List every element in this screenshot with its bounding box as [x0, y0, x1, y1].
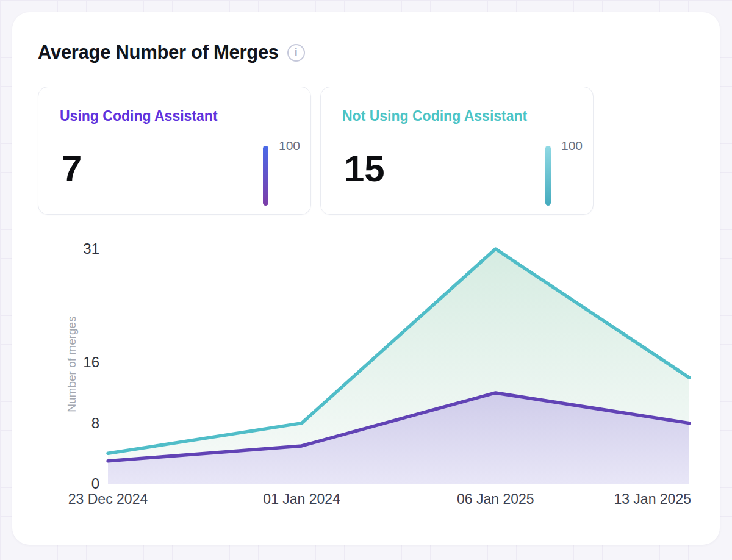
svg-text:13 Jan 2025: 13 Jan 2025 [614, 491, 691, 507]
svg-text:8: 8 [92, 415, 99, 431]
svg-text:23 Dec 2024: 23 Dec 2024 [68, 491, 148, 507]
svg-text:0: 0 [92, 475, 99, 492]
merges-panel: Average Number of Merges i Using Coding … [12, 12, 720, 545]
y-axis-title: Number of merges [65, 316, 78, 412]
svg-text:01 Jan 2024: 01 Jan 2024 [263, 491, 340, 507]
svg-text:06 Jan 2025: 06 Jan 2025 [457, 491, 534, 507]
svg-text:16: 16 [83, 354, 99, 370]
merges-area-chart: 08163123 Dec 202401 Jan 202406 Jan 20251… [12, 12, 720, 545]
x-axis-labels: 23 Dec 202401 Jan 202406 Jan 202513 Jan … [68, 491, 691, 507]
svg-text:31: 31 [83, 240, 99, 257]
y-axis-tick-labels: 081631 [83, 240, 99, 492]
